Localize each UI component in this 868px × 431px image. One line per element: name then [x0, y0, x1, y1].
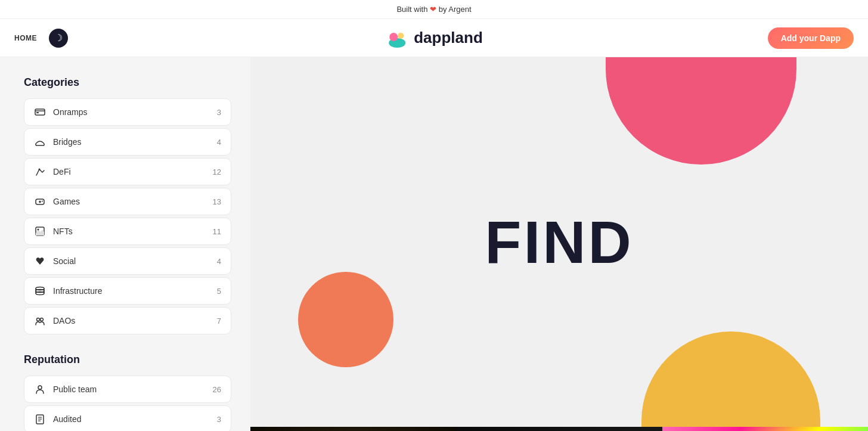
main-layout: Categories Onramps 3 — [0, 57, 868, 431]
svg-point-19 — [36, 292, 44, 295]
daos-icon — [34, 315, 46, 327]
banner-text: Built with — [396, 5, 427, 14]
hero-find-text: FIND — [485, 208, 633, 277]
hero-section: FIND — [250, 57, 868, 427]
sidebar-item-nfts[interactable]: NFTs 11 — [24, 218, 231, 245]
categories-title: Categories — [24, 76, 231, 89]
featured-card-3[interactable] — [662, 427, 868, 431]
featured-card-1[interactable] — [250, 427, 456, 431]
onramps-icon — [34, 106, 46, 118]
sidebar-item-audited[interactable]: Audited 3 — [24, 405, 231, 431]
moon-icon: ☽ — [54, 32, 63, 44]
svg-point-2 — [398, 33, 404, 39]
reputation-list: Public team 26 Audited 3 — [24, 376, 231, 431]
onramps-count: 3 — [217, 108, 221, 117]
public-team-icon — [34, 383, 46, 395]
svg-point-13 — [42, 201, 43, 202]
svg-rect-5 — [36, 112, 39, 113]
pink-semicircle-shape — [606, 57, 796, 165]
heart-icon: ❤ — [430, 5, 436, 14]
bridges-label: Bridges — [53, 137, 210, 147]
categories-list: Onramps 3 Bridges 4 — [24, 98, 231, 334]
social-count: 4 — [217, 257, 221, 266]
defi-icon — [34, 166, 46, 178]
daos-count: 7 — [217, 317, 221, 325]
defi-label: DeFi — [53, 167, 206, 176]
svg-point-21 — [41, 318, 44, 321]
banner-suffix: by Argent — [439, 5, 472, 14]
onramps-label: Onramps — [53, 107, 210, 117]
games-label: Games — [53, 197, 206, 206]
add-your-dapp-button[interactable]: Add your Dapp — [768, 27, 854, 49]
audited-label: Audited — [53, 414, 210, 424]
svg-point-16 — [38, 229, 39, 231]
sidebar-item-public-team[interactable]: Public team 26 — [24, 376, 231, 403]
svg-point-22 — [38, 386, 42, 389]
sidebar-item-infrastructure[interactable]: Infrastructure 5 — [24, 277, 231, 305]
svg-marker-15 — [36, 230, 44, 235]
sidebar-item-bridges[interactable]: Bridges 4 — [24, 128, 231, 156]
nav-logo: dappland — [385, 26, 483, 50]
navbar: HOME ☽ dappland Add your Dapp — [0, 19, 868, 57]
svg-point-1 — [389, 33, 398, 41]
main-content: FIND — [250, 57, 868, 431]
nav-logo-text: dappland — [414, 29, 483, 47]
social-icon — [34, 255, 46, 267]
infrastructure-icon — [34, 285, 46, 297]
nfts-label: NFTs — [53, 227, 206, 236]
yellow-semicircle-shape — [641, 331, 820, 427]
nfts-count: 11 — [213, 227, 221, 236]
sidebar-item-defi[interactable]: DeFi 12 — [24, 158, 231, 185]
social-label: Social — [53, 256, 210, 266]
orange-circle-shape — [298, 272, 393, 367]
nfts-icon — [34, 225, 46, 237]
top-banner: Built with ❤ by Argent — [0, 0, 868, 19]
infrastructure-label: Infrastructure — [53, 286, 210, 296]
featured-card-2[interactable] — [456, 427, 662, 431]
reputation-title: Reputation — [24, 354, 231, 366]
defi-count: 12 — [213, 168, 221, 176]
bridges-icon — [34, 136, 46, 148]
theme-toggle-button[interactable]: ☽ — [49, 29, 68, 48]
svg-rect-3 — [35, 109, 45, 115]
daos-label: DAOs — [53, 316, 210, 325]
public-team-label: Public team — [53, 385, 206, 394]
svg-point-9 — [39, 169, 41, 170]
infrastructure-count: 5 — [217, 287, 221, 296]
svg-point-20 — [37, 318, 40, 321]
sidebar-item-daos[interactable]: DAOs 7 — [24, 307, 231, 334]
sidebar-item-social[interactable]: Social 4 — [24, 247, 231, 275]
public-team-count: 26 — [213, 385, 221, 394]
dappland-logo-icon — [385, 26, 409, 50]
bridges-count: 4 — [217, 138, 221, 147]
sidebar: Categories Onramps 3 — [0, 57, 250, 431]
sidebar-item-games[interactable]: Games 13 — [24, 188, 231, 215]
sidebar-item-onramps[interactable]: Onramps 3 — [24, 98, 231, 126]
games-icon — [34, 196, 46, 207]
featured-cards-row — [250, 427, 868, 431]
audited-count: 3 — [217, 415, 221, 424]
nav-home-link[interactable]: HOME — [14, 34, 37, 42]
audited-icon — [34, 413, 46, 425]
games-count: 13 — [213, 197, 221, 206]
